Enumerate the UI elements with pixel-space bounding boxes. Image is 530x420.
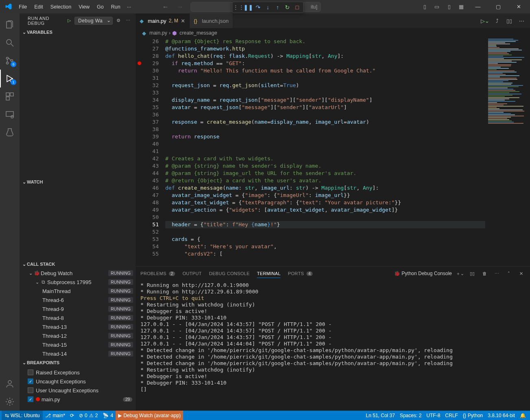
breakpoint-row[interactable]: ✓Uncaught Exceptions (20, 377, 136, 386)
panel-more-icon[interactable]: ⋯ (493, 271, 501, 276)
maximize-panel-icon[interactable]: ˄ (505, 271, 513, 276)
breadcrumbs[interactable]: ◆ main.py › ⬢ create_message (136, 28, 530, 38)
kill-terminal-icon[interactable]: 🗑 (480, 271, 488, 276)
eol-status[interactable]: CRLF (443, 411, 460, 420)
checkbox[interactable]: ✓ (28, 396, 33, 402)
accounts-icon[interactable] (0, 375, 20, 393)
checkbox[interactable] (28, 370, 33, 375)
problems-status[interactable]: ⊘0 ⚠2 (77, 411, 100, 420)
terminal-output[interactable]: * Running on http://127.0.0.1:9000 * Run… (136, 280, 530, 411)
git-branch[interactable]: ⎇main* (43, 411, 68, 420)
toggle-panel-bottom-icon[interactable]: ▭ (431, 2, 442, 11)
variables-header[interactable]: ⌄VARIABLES (20, 28, 136, 37)
debug-alt-icon[interactable]: ⤴ (493, 16, 502, 25)
step-into-icon[interactable]: ↓ (263, 3, 272, 12)
new-terminal-icon[interactable]: ＋⌄ (456, 271, 464, 277)
toggle-panel-left-icon[interactable]: ▯ (419, 2, 430, 11)
search-icon[interactable] (0, 34, 20, 52)
start-debug-icon[interactable]: ▷ (66, 17, 73, 24)
callstack-row[interactable]: Thread-13RUNNING (20, 322, 136, 331)
extensions-icon[interactable] (0, 88, 20, 105)
drag-grip-icon[interactable]: ⋮⋮ (234, 3, 243, 12)
menu-selection[interactable]: Selection (47, 2, 74, 11)
watch-header[interactable]: ⌄WATCH (20, 177, 136, 186)
python-env[interactable]: 3.8.10 64-bit (485, 411, 517, 420)
sync-icon[interactable]: ⟳ (68, 411, 77, 420)
editor-tabs: ◆main.py2, M✕{}launch.json ▷⌄ ⤴ ▯▯ ⋯ (136, 13, 530, 28)
menu-overflow-icon[interactable]: ··· (124, 2, 135, 11)
cursor-position[interactable]: Ln 51, Col 37 (364, 411, 397, 420)
run-file-icon[interactable]: ▷⌄ (480, 16, 489, 25)
callstack-row[interactable]: Thread-9RUNNING (20, 304, 136, 313)
restart-icon[interactable]: ↻ (283, 3, 292, 12)
file-icon: ◆ (140, 18, 145, 24)
breakpoint-row[interactable]: User Uncaught Exceptions (20, 386, 136, 395)
editor-tab[interactable]: ◆main.py2, M✕ (136, 13, 190, 28)
callstack-row[interactable]: Thread-15RUNNING (20, 340, 136, 349)
menu-view[interactable]: View (75, 2, 93, 11)
breakpoint-row[interactable]: ✓main.py29 (20, 395, 136, 404)
remote-explorer-icon[interactable] (0, 105, 20, 123)
settings-icon[interactable] (0, 393, 20, 411)
callstack-row[interactable]: Thread-6RUNNING (20, 295, 136, 304)
ports-status[interactable]: 📡4 (100, 411, 116, 420)
svg-rect-6 (6, 93, 9, 96)
encoding-status[interactable]: UTF-8 (424, 411, 443, 420)
stop-icon[interactable]: □ (293, 3, 302, 12)
menu-edit[interactable]: Edit (31, 2, 46, 11)
maximize-icon[interactable]: ▢ (489, 0, 507, 13)
panel-tab-output[interactable]: OUTPUT (182, 269, 201, 278)
indent-status[interactable]: Spaces: 2 (397, 411, 424, 420)
split-icon[interactable]: ▯▯ (505, 16, 514, 25)
code-editor[interactable]: 2627282930313233343536373839404142434445… (136, 38, 485, 266)
more-icon[interactable]: ⋯ (124, 18, 132, 23)
explorer-icon[interactable] (0, 16, 20, 34)
debug-target[interactable]: ▶Debug Watch (avatar-app) (116, 411, 183, 420)
nav-back-icon[interactable]: ← (159, 2, 172, 12)
menu-file[interactable]: File (15, 2, 30, 11)
step-out-icon[interactable]: ↑ (273, 3, 282, 12)
callstack-row[interactable]: ⌄⧉Subprocess 17995RUNNING (20, 278, 136, 287)
callstack-row[interactable]: Thread-14RUNNING (20, 349, 136, 358)
editor-tab[interactable]: {}launch.json (190, 13, 233, 28)
more-actions-icon[interactable]: ⋯ (517, 16, 526, 25)
callstack-row[interactable]: MainThreadRUNNING (20, 287, 136, 295)
checkbox[interactable] (28, 387, 33, 393)
close-icon[interactable]: ✕ (510, 0, 528, 13)
breakpoints-header[interactable]: ⌄BREAKPOINTS (20, 358, 136, 367)
close-tab-icon[interactable]: ✕ (181, 18, 185, 24)
sidebar-title: RUN AND DEBUG (28, 16, 66, 26)
toggle-panel-right-icon[interactable]: ▯ (444, 2, 454, 11)
terminal-profile-dropdown[interactable]: 🐞Python Debug Console (394, 271, 452, 276)
split-terminal-icon[interactable]: ▯▯ (468, 271, 476, 276)
close-panel-icon[interactable]: ✕ (517, 271, 525, 276)
minimap[interactable] (485, 38, 530, 266)
notifications-icon[interactable]: 🔔 (517, 411, 528, 420)
callstack-row[interactable]: Thread-8RUNNING (20, 313, 136, 322)
panel-tab-terminal[interactable]: TERMINAL (257, 269, 280, 278)
debug-badge: 1 (11, 79, 16, 85)
callstack-row[interactable]: ⌄🐞Debug WatchRUNNING (20, 269, 136, 278)
pause-icon[interactable]: ❚❚ (244, 3, 253, 12)
step-over-icon[interactable]: ↷ (254, 3, 263, 12)
menu-run[interactable]: Run (108, 2, 124, 11)
checkbox[interactable]: ✓ (28, 378, 33, 384)
debug-toolbar[interactable]: ⋮⋮ ❚❚ ↷ ↓ ↑ ↻ □ (232, 2, 304, 13)
breakpoint-row[interactable]: Raised Exceptions (20, 368, 136, 377)
panel-tab-problems[interactable]: PROBLEMS2 (140, 269, 175, 278)
scm-icon[interactable]: 6 (0, 52, 20, 70)
scm-badge: 6 (11, 61, 16, 67)
debug-config-dropdown[interactable]: Debug Wa (74, 17, 113, 25)
callstack-header[interactable]: ⌄CALL STACK (20, 260, 136, 269)
panel-tab-ports[interactable]: PORTS4 (288, 269, 313, 278)
run-debug-icon[interactable]: 1 (0, 70, 20, 88)
gear-icon[interactable]: ⚙ (114, 18, 123, 23)
language-status[interactable]: {}Python (460, 411, 485, 420)
remote-indicator[interactable]: ⇆WSL: Ubuntu (2, 411, 43, 420)
layout-custom-icon[interactable]: ▦ (456, 2, 466, 11)
test-icon[interactable] (0, 123, 20, 141)
minimize-icon[interactable]: ― (469, 0, 487, 13)
panel-tab-debug-console[interactable]: DEBUG CONSOLE (209, 269, 250, 278)
menu-go[interactable]: Go (94, 2, 107, 11)
callstack-row[interactable]: Thread-12RUNNING (20, 331, 136, 340)
